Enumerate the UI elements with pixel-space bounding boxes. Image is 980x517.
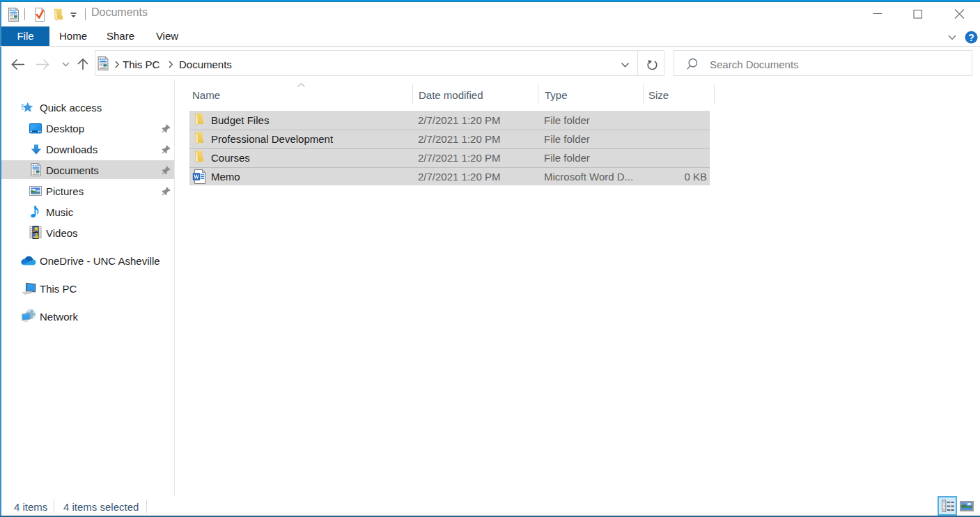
svg-text:?: ? <box>968 32 974 43</box>
